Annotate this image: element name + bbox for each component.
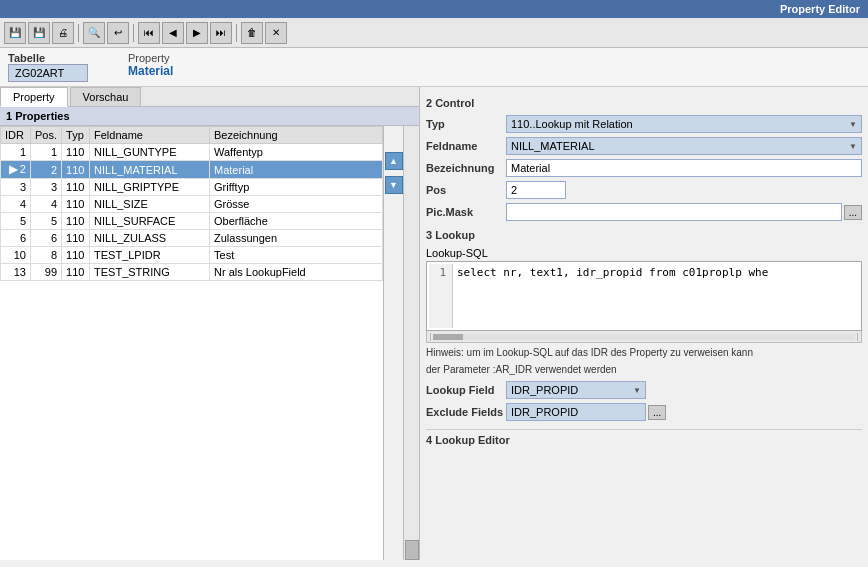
- table-wrapper[interactable]: IDR Pos. Typ Feldname Bezeichnung 11110N…: [0, 126, 383, 560]
- next-btn[interactable]: ▶: [186, 22, 208, 44]
- row-pos: 2: [31, 161, 62, 179]
- lookup-field-arrow: ▼: [633, 386, 641, 395]
- sql-hscrollbar[interactable]: [426, 331, 862, 343]
- lookup-editor-section-title: 4 Lookup Editor: [426, 429, 862, 446]
- control-section-title: 2 Control: [426, 97, 862, 109]
- nav-down-btn[interactable]: ▼: [385, 176, 403, 194]
- typ-dropdown[interactable]: 110..Lookup mit Relation ▼: [506, 115, 862, 133]
- picmask-label: Pic.Mask: [426, 206, 506, 218]
- row-pos: 4: [31, 196, 62, 213]
- last-btn[interactable]: ⏭: [210, 22, 232, 44]
- typ-arrow: ▼: [849, 120, 857, 129]
- row-feldname: NILL_SIZE: [90, 196, 210, 213]
- tab-property[interactable]: Property: [0, 87, 68, 107]
- sql-editor[interactable]: 1 select nr, text1, idr_propid from c01p…: [426, 261, 862, 331]
- typ-label: Typ: [426, 118, 506, 130]
- table-row[interactable]: 11110NILL_GUNTYPEWaffentyp: [1, 144, 383, 161]
- typ-row: Typ 110..Lookup mit Relation ▼: [426, 115, 862, 133]
- lookup-field-label: Lookup Field: [426, 384, 506, 396]
- row-typ: 110: [62, 161, 90, 179]
- col-typ: Typ: [62, 127, 90, 144]
- prev-btn[interactable]: ◀: [162, 22, 184, 44]
- table-row[interactable]: 1399110TEST_STRINGNr als LookupField: [1, 264, 383, 281]
- left-panel: Property Vorschau 1 Properties IDR Pos. …: [0, 87, 420, 560]
- bezeichnung-label: Bezeichnung: [426, 162, 506, 174]
- properties-table: IDR Pos. Typ Feldname Bezeichnung 11110N…: [0, 126, 383, 281]
- row-feldname: NILL_GUNTYPE: [90, 144, 210, 161]
- row-feldname: TEST_LPIDR: [90, 247, 210, 264]
- row-typ: 110: [62, 213, 90, 230]
- hint-line1: Hinweis: um im Lookup-SQL auf das IDR de…: [426, 346, 862, 360]
- table-row[interactable]: 55110NILL_SURFACEOberfläche: [1, 213, 383, 230]
- row-feldname: NILL_ZULASS: [90, 230, 210, 247]
- row-idr: 6: [1, 230, 31, 247]
- row-bezeichnung: Nr als LookupField: [210, 264, 383, 281]
- right-panel: 2 Control Typ 110..Lookup mit Relation ▼…: [420, 87, 868, 560]
- col-feldname: Feldname: [90, 127, 210, 144]
- pos-label: Pos: [426, 184, 506, 196]
- sql-scroll-left: [427, 333, 431, 341]
- pos-input[interactable]: 2: [506, 181, 566, 199]
- exclude-fields-input[interactable]: IDR_PROPID: [506, 403, 646, 421]
- table-row[interactable]: 108110TEST_LPIDRTest: [1, 247, 383, 264]
- table-row[interactable]: 44110NILL_SIZEGrösse: [1, 196, 383, 213]
- tab-vorschau[interactable]: Vorschau: [70, 87, 142, 106]
- left-scrollbar[interactable]: [403, 126, 419, 560]
- feldname-label: Feldname: [426, 140, 506, 152]
- close-btn[interactable]: ✕: [265, 22, 287, 44]
- sql-scroll-track: [433, 334, 855, 340]
- exclude-fields-dots-btn[interactable]: ...: [648, 405, 666, 420]
- app-title: Property Editor: [780, 3, 860, 15]
- print-btn[interactable]: 🖨: [52, 22, 74, 44]
- col-bezeichnung: Bezeichnung: [210, 127, 383, 144]
- row-bezeichnung: Test: [210, 247, 383, 264]
- sep-2: [133, 24, 134, 42]
- picmask-row: Pic.Mask ...: [426, 203, 862, 221]
- hint-line2: der Parameter :AR_IDR verwendet werden: [426, 363, 862, 377]
- feldname-arrow: ▼: [849, 142, 857, 151]
- table-row[interactable]: ▶ 22110NILL_MATERIALMaterial: [1, 161, 383, 179]
- row-idr: 1: [1, 144, 31, 161]
- save-btn-1[interactable]: 💾: [4, 22, 26, 44]
- row-idr: 3: [1, 179, 31, 196]
- sql-content[interactable]: select nr, text1, idr_propid from c01pro…: [453, 264, 772, 328]
- properties-section-header: 1 Properties: [0, 107, 419, 126]
- row-bezeichnung: Zulassungen: [210, 230, 383, 247]
- row-pos: 5: [31, 213, 62, 230]
- row-idr: ▶ 2: [1, 161, 31, 179]
- picmask-input[interactable]: [506, 203, 842, 221]
- lookup-field-dropdown[interactable]: IDR_PROPID ▼: [506, 381, 646, 399]
- nav-up-btn[interactable]: ▲: [385, 152, 403, 170]
- row-typ: 110: [62, 264, 90, 281]
- search-btn[interactable]: 🔍: [83, 22, 105, 44]
- feldname-dropdown[interactable]: NILL_MATERIAL ▼: [506, 137, 862, 155]
- pos-row: Pos 2: [426, 181, 862, 199]
- row-idr: 10: [1, 247, 31, 264]
- table-row[interactable]: 33110NILL_GRIPTYPEGrifftyp: [1, 179, 383, 196]
- sep-1: [78, 24, 79, 42]
- row-typ: 110: [62, 179, 90, 196]
- col-pos: Pos.: [31, 127, 62, 144]
- bezeichnung-input[interactable]: Material: [506, 159, 862, 177]
- lookup-section-title: 3 Lookup: [426, 229, 862, 241]
- delete-btn[interactable]: 🗑: [241, 22, 263, 44]
- sql-line-number: 1: [429, 264, 453, 328]
- row-typ: 110: [62, 230, 90, 247]
- toolbar: 💾 💾 🖨 🔍 ↩ ⏮ ◀ ▶ ⏭ 🗑 ✕: [0, 18, 868, 48]
- picmask-dots-btn[interactable]: ...: [844, 205, 862, 220]
- lookup-field-row: Lookup Field IDR_PROPID ▼: [426, 381, 862, 399]
- table-row[interactable]: 66110NILL_ZULASSZulassungen: [1, 230, 383, 247]
- first-btn[interactable]: ⏮: [138, 22, 160, 44]
- row-bezeichnung: Material: [210, 161, 383, 179]
- undo-btn[interactable]: ↩: [107, 22, 129, 44]
- property-value: Material: [128, 64, 173, 78]
- header-area: Tabelle ZG02ART Property Material: [0, 48, 868, 87]
- row-bezeichnung: Waffentyp: [210, 144, 383, 161]
- row-pos: 6: [31, 230, 62, 247]
- col-idr: IDR: [1, 127, 31, 144]
- row-idr: 13: [1, 264, 31, 281]
- save-btn-2[interactable]: 💾: [28, 22, 50, 44]
- row-feldname: NILL_GRIPTYPE: [90, 179, 210, 196]
- feldname-row: Feldname NILL_MATERIAL ▼: [426, 137, 862, 155]
- sep-3: [236, 24, 237, 42]
